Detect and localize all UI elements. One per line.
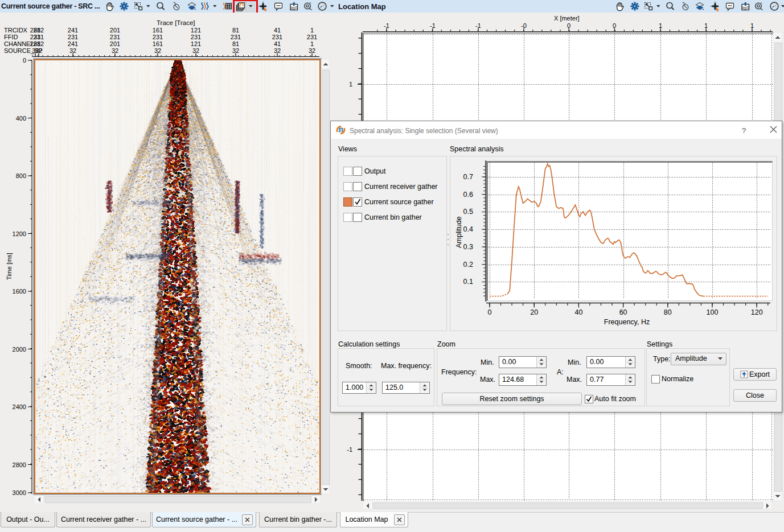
svg-text:0.6: 0.6 [463,191,473,199]
svg-text:0.7: 0.7 [463,173,473,181]
svg-text:20: 20 [530,308,538,316]
svg-text:120: 120 [751,308,763,316]
svg-text:60: 60 [619,308,627,316]
svg-text:g: g [339,127,342,133]
svg-text:40: 40 [574,308,582,316]
svg-text:100: 100 [707,308,719,316]
svg-text:0.1: 0.1 [463,278,473,286]
svg-text:0.2: 0.2 [463,261,473,269]
svg-text:80: 80 [664,308,672,316]
svg-text:0.5: 0.5 [463,208,473,216]
svg-text:0: 0 [488,308,492,316]
svg-text:0.4: 0.4 [463,225,473,233]
svg-text:0.3: 0.3 [463,243,473,251]
